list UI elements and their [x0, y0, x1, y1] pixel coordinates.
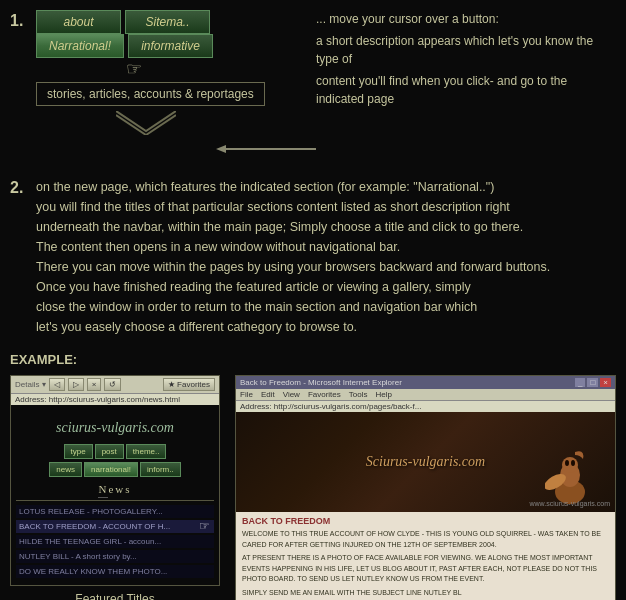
news-item-3[interactable]: HILDE THE TEENAGE GIRL - accoun...: [16, 535, 214, 548]
toolbar-btn-refresh[interactable]: ↺: [104, 378, 121, 391]
sitemap-button[interactable]: Sitema..: [125, 10, 210, 34]
site-header-text: Sciurus-vulgaris.com: [366, 454, 485, 470]
toolbar-label: Details ▾: [15, 380, 46, 389]
right-menu-bar: File Edit View Favorites Tools Help: [236, 389, 615, 400]
news-item-4[interactable]: NUTLEY BILL - A short story by...: [16, 550, 214, 563]
right-screenshot-wrapper: Back to Freedom - Microsoft Internet Exp…: [235, 375, 616, 600]
arrow-down: [116, 111, 176, 135]
mini-section-title: News: [16, 483, 214, 495]
right-browser-screenshot: Back to Freedom - Microsoft Internet Exp…: [235, 375, 616, 600]
article-text2: AT PRESENT THERE IS A PHOTO OF FACE AVAI…: [242, 553, 609, 585]
s2-line2: you will find the titles of that particu…: [36, 197, 616, 217]
example-section: EXAMPLE: Details ▾ ◁ ▷ × ↺ ★ Favorites: [10, 352, 616, 600]
cursor-icon: ☞: [126, 58, 142, 80]
menu-tools[interactable]: Tools: [349, 390, 368, 399]
right-browser-content: Sciurus-vulgaris.com w: [236, 412, 615, 600]
menu-view[interactable]: View: [283, 390, 300, 399]
mini-nav-row1: type post theme..: [16, 444, 214, 459]
news-item-2[interactable]: BACK TO FREEDOM - ACCOUNT OF H... ☞: [16, 520, 214, 533]
content-description-box: stories, articles, accounts & reportages: [36, 82, 265, 106]
step1-number: 1.: [10, 12, 28, 30]
example-screenshots: Details ▾ ◁ ▷ × ↺ ★ Favorites Address: h…: [10, 375, 616, 600]
desc-line1: ... move your cursor over a button:: [316, 10, 616, 28]
section2-text: on the new page, which features the indi…: [36, 177, 616, 337]
chevron-svg: [116, 111, 176, 135]
s2-line1: on the new page, which features the indi…: [36, 177, 616, 197]
left-browser-screenshot: Details ▾ ◁ ▷ × ↺ ★ Favorites Address: h…: [10, 375, 220, 586]
svg-point-6: [571, 460, 575, 466]
left-screenshot-caption: Featured Titles: [10, 592, 220, 600]
s2-line5: There you can move within the pages by u…: [36, 257, 616, 277]
mini-btn-theme[interactable]: theme..: [126, 444, 167, 459]
example-label: EXAMPLE:: [10, 352, 616, 367]
news-divider: [16, 500, 214, 501]
left-browser-content: sciurus-vulgaris.com type post theme.. n…: [11, 405, 219, 585]
left-arrow-container: [216, 143, 316, 155]
mini-btn-inform[interactable]: inform..: [140, 462, 181, 477]
article-text1: WELCOME TO THIS TRUE ACCOUNT OF HOW CLYD…: [242, 529, 609, 550]
site-title: sciurus-vulgaris.com: [16, 420, 214, 436]
section2: 2. on the new page, which features the i…: [10, 177, 616, 337]
right-titlebar: Back to Freedom - Microsoft Internet Exp…: [236, 376, 615, 389]
mini-btn-type[interactable]: type: [64, 444, 93, 459]
right-btn-min[interactable]: _: [575, 378, 585, 387]
right-address-bar[interactable]: Address: http://sciurus-vulgaris.com/pag…: [236, 400, 615, 412]
mini-nav-row2: news narrational! inform..: [16, 462, 214, 477]
btn-row-1: about Sitema..: [36, 10, 210, 34]
left-arrow-svg: [216, 143, 316, 155]
informative-button[interactable]: informative: [128, 34, 213, 58]
about-button[interactable]: about: [36, 10, 121, 34]
right-btn-close[interactable]: ×: [600, 378, 611, 387]
svg-marker-1: [216, 145, 226, 153]
left-browser-toolbar: Details ▾ ◁ ▷ × ↺ ★ Favorites: [11, 376, 219, 393]
step2-number: 2.: [10, 179, 28, 197]
step1-description: ... move your cursor over a button: a sh…: [316, 10, 616, 112]
section1: 1. about Sitema.. Narrational! informati…: [10, 10, 616, 167]
left-screenshot-wrapper: Details ▾ ◁ ▷ × ↺ ★ Favorites Address: h…: [10, 375, 220, 600]
menu-help[interactable]: Help: [375, 390, 391, 399]
squirrel-image: [545, 447, 595, 507]
s2-line4: The content then opens in a new window w…: [36, 237, 616, 257]
mini-btn-narrational[interactable]: narrational!: [84, 462, 138, 477]
desc-line2: a short description appears which let's …: [316, 32, 616, 68]
news-item-5[interactable]: DO WE REALLY KNOW THEM PHOTO...: [16, 565, 214, 578]
toolbar-btn-back[interactable]: ◁: [49, 378, 65, 391]
s2-line6: Once you have finished reading the featu…: [36, 277, 616, 297]
mini-cursor-icon: ☞: [199, 519, 210, 533]
site-url: www.sciurus-vulgaris.com: [529, 500, 610, 507]
narrational-button[interactable]: Narrational!: [36, 34, 124, 58]
article-text3: SIMPLY SEND ME AN EMAIL WITH THE SUBJECT…: [242, 588, 609, 599]
desc-line3: content you'll find when you click- and …: [316, 72, 616, 108]
toolbar-btn-forward[interactable]: ▷: [68, 378, 84, 391]
right-btn-max[interactable]: □: [587, 378, 598, 387]
mini-btn-news[interactable]: news: [49, 462, 82, 477]
squirrel-header-image: Sciurus-vulgaris.com w: [236, 412, 615, 512]
svg-point-4: [562, 457, 578, 473]
s2-line7: close the window in order to return to t…: [36, 297, 616, 317]
toolbar-btn-stop[interactable]: ×: [87, 378, 102, 391]
mini-btn-post[interactable]: post: [95, 444, 124, 459]
s2-line3: underneath the navbar, within the main p…: [36, 217, 616, 237]
page-container: 1. about Sitema.. Narrational! informati…: [0, 0, 626, 600]
svg-point-5: [565, 460, 569, 466]
article-content: BACK TO FREEDOM WELCOME TO THIS TRUE ACC…: [236, 512, 615, 600]
s2-line8: let's you easely choose a different cath…: [36, 317, 616, 337]
left-address-bar[interactable]: Address: http://sciurus-vulgaris.com/new…: [11, 393, 219, 405]
right-title-text: Back to Freedom - Microsoft Internet Exp…: [240, 378, 573, 387]
menu-file[interactable]: File: [240, 390, 253, 399]
menu-favorites[interactable]: Favorites: [308, 390, 341, 399]
article-title: BACK TO FREEDOM: [242, 516, 609, 526]
menu-edit[interactable]: Edit: [261, 390, 275, 399]
section1-left: about Sitema.. Narrational! informative …: [36, 10, 316, 167]
news-item-1[interactable]: LOTUS RELEASE - PHOTOGALLERY...: [16, 505, 214, 518]
btn-row-2: Narrational! informative: [36, 34, 213, 58]
toolbar-btn-favorites[interactable]: ★ Favorites: [163, 378, 215, 391]
